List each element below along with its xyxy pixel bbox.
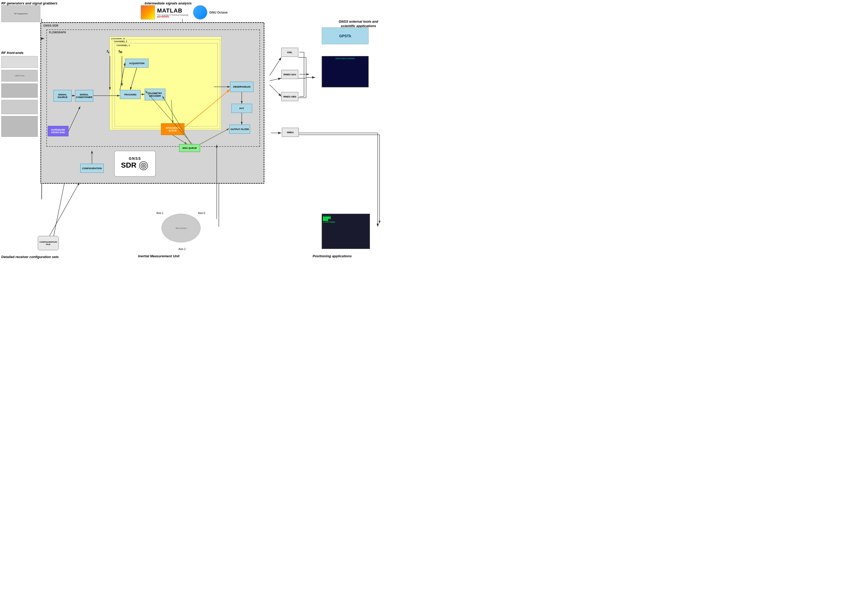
tracking-box: TRACKING xyxy=(120,90,141,99)
gnu-octave-icon xyxy=(193,5,207,20)
satellite-map-label: HOW GNSS-R WORKS xyxy=(322,57,368,60)
matlab-label: MATLAB xyxy=(157,7,182,14)
hardware-frontend-box: HARDWARE FRONT-END xyxy=(48,126,69,136)
axis-0-label: Axis 0 xyxy=(198,212,205,215)
rf-device-5 xyxy=(1,116,38,137)
logo-sdr: SDR xyxy=(121,161,149,171)
config-file-arrow-svg xyxy=(38,182,85,250)
oscilloscope-image: RF Equipment xyxy=(1,5,41,22)
gpstk-label: GPSTk xyxy=(339,34,351,38)
msg-queue-box: MSG QUEUE xyxy=(179,144,200,152)
gpstk-image: GPSTk xyxy=(322,27,369,44)
axis-1-label: Axis 1 xyxy=(156,212,163,215)
matlab-subtitle: The Language of Technical Computing xyxy=(157,14,188,16)
rf-device-3 xyxy=(1,83,38,98)
logo-gnss: GNSS xyxy=(129,157,141,161)
ephemeris-queue-box: EPHEMERIS QUEUE xyxy=(161,123,185,135)
signal-samples-connection xyxy=(41,22,66,41)
rf-device-4 xyxy=(1,100,38,114)
nmea-positioning-svg xyxy=(299,132,382,242)
gnss-external-label: GNSS external tools andscientific applic… xyxy=(339,20,378,29)
configuration-box: CONFIGURATION xyxy=(80,164,104,173)
rinex-nav-box: RINEX NAV xyxy=(281,70,298,79)
gnss-sdr-logo: GNSS SDR xyxy=(114,151,156,177)
gnu-octave-text-block: GNU Octave xyxy=(209,11,228,14)
imu-vertical-svg xyxy=(213,144,220,219)
imu-label: Inertial Measurement Unit xyxy=(138,254,179,258)
gnss-sdr-box: GNSS-SDR FLOWGRAPH CHANNEL N CHANNEL 2 C… xyxy=(41,22,264,184)
svg-line-78 xyxy=(50,182,80,236)
channel-2-label: CHANNEL 2 xyxy=(114,40,127,43)
flowgraph-box: FLOWGRAPH CHANNEL N CHANNEL 2 CHANNEL 1 … xyxy=(47,29,260,147)
imu-image: IMU Device xyxy=(162,214,201,242)
svg-line-17 xyxy=(270,57,281,75)
matlab-icon xyxy=(141,5,155,20)
detailed-config-label: Detailed receiver configuration sets xyxy=(1,255,59,259)
svg-line-18 xyxy=(270,78,281,81)
acquisition-box: ACQUISITION xyxy=(125,59,149,68)
observables-box: OBSERVABLES xyxy=(230,81,254,92)
satellite-map-image: HOW GNSS-R WORKS xyxy=(322,56,369,87)
signal-conditioner-box: SIGNAL CONDITIONER xyxy=(75,90,93,102)
matlab-area: MATLAB The Language of Technical Computi… xyxy=(141,5,228,20)
brace-svg xyxy=(299,48,317,102)
signal-source-box: SIGNAL SOURCE xyxy=(53,90,72,102)
matlab-text-block: MATLAB The Language of Technical Computi… xyxy=(157,7,188,18)
axis-2-label: Axis 2 xyxy=(179,248,185,250)
channel-1-label: CHANNEL 1 xyxy=(116,44,130,47)
output-filter-box: OUTPUT FILTER xyxy=(229,125,250,134)
main-container: RF generators and signal grabbers RF Equ… xyxy=(0,0,434,300)
rf-device-1 xyxy=(1,56,38,68)
fs-label: fs xyxy=(107,50,110,54)
fin-label: fIN xyxy=(119,50,122,54)
telemetry-decoder-box: TELEMETRY DECODER xyxy=(144,89,165,100)
intermediate-signals-label: Intermediate signals analysis xyxy=(144,1,192,5)
rf-generators-label: RF generators and signal grabbers xyxy=(1,1,57,5)
mathworks-label: MATHWORKS xyxy=(157,16,169,18)
channel-1-box: CHANNEL 1 xyxy=(115,43,218,126)
pvt-box: PVT xyxy=(231,104,252,113)
svg-line-19 xyxy=(270,85,281,96)
gnu-octave-label: GNU Octave xyxy=(209,11,228,14)
kml-box: KML xyxy=(281,48,298,57)
svg-point-54 xyxy=(143,165,144,166)
rinex-obs-box: RINEX OBS xyxy=(281,92,298,101)
logo-circle-icon xyxy=(138,161,149,171)
rf-device-2: USRP E100 xyxy=(1,70,38,81)
nmea-box: NMEA xyxy=(282,128,299,137)
positioning-label: Positioning applications xyxy=(312,254,352,258)
rf-frontends-label: RF front-ends xyxy=(1,51,24,55)
